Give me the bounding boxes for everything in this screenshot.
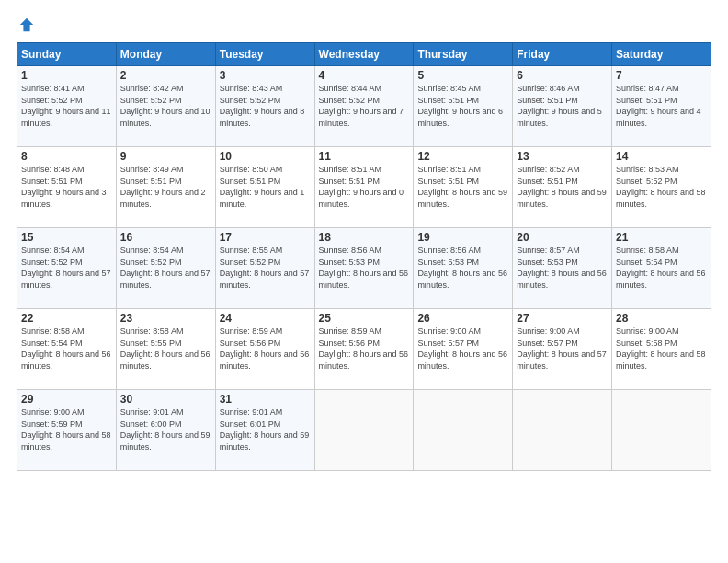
day-number: 27 bbox=[517, 312, 608, 325]
day-info: Sunrise: 8:49 AM Sunset: 5:51 PM Dayligh… bbox=[120, 165, 206, 209]
day-of-week-thursday: Thursday bbox=[414, 43, 513, 66]
day-info: Sunrise: 8:56 AM Sunset: 5:53 PM Dayligh… bbox=[417, 246, 507, 290]
day-number: 3 bbox=[220, 69, 311, 82]
calendar-cell: 23 Sunrise: 8:58 AM Sunset: 5:55 PM Dayl… bbox=[116, 309, 215, 390]
day-number: 7 bbox=[616, 69, 707, 82]
day-info: Sunrise: 8:43 AM Sunset: 5:52 PM Dayligh… bbox=[220, 84, 305, 128]
day-info: Sunrise: 8:55 AM Sunset: 5:52 PM Dayligh… bbox=[220, 246, 310, 290]
day-info: Sunrise: 8:58 AM Sunset: 5:54 PM Dayligh… bbox=[21, 327, 111, 371]
calendar-cell: 11 Sunrise: 8:51 AM Sunset: 5:51 PM Dayl… bbox=[314, 147, 414, 228]
day-number: 8 bbox=[21, 150, 112, 163]
logo bbox=[17, 17, 35, 33]
calendar: SundayMondayTuesdayWednesdayThursdayFrid… bbox=[17, 42, 711, 471]
day-number: 21 bbox=[616, 231, 707, 244]
day-number: 19 bbox=[417, 231, 508, 244]
day-number: 6 bbox=[517, 69, 608, 82]
calendar-cell: 22 Sunrise: 8:58 AM Sunset: 5:54 PM Dayl… bbox=[17, 309, 117, 390]
day-info: Sunrise: 8:50 AM Sunset: 5:51 PM Dayligh… bbox=[220, 165, 305, 209]
calendar-cell: 26 Sunrise: 9:00 AM Sunset: 5:57 PM Dayl… bbox=[414, 309, 513, 390]
day-info: Sunrise: 8:58 AM Sunset: 5:54 PM Dayligh… bbox=[616, 246, 706, 290]
day-of-week-sunday: Sunday bbox=[17, 43, 117, 66]
day-info: Sunrise: 8:41 AM Sunset: 5:52 PM Dayligh… bbox=[21, 84, 111, 128]
day-number: 28 bbox=[616, 312, 707, 325]
day-number: 29 bbox=[21, 393, 112, 406]
day-info: Sunrise: 8:59 AM Sunset: 5:56 PM Dayligh… bbox=[319, 327, 409, 371]
svg-marker-0 bbox=[20, 18, 33, 31]
page: SundayMondayTuesdayWednesdayThursdayFrid… bbox=[0, 0, 728, 563]
day-info: Sunrise: 9:00 AM Sunset: 5:57 PM Dayligh… bbox=[517, 327, 607, 371]
calendar-cell: 3 Sunrise: 8:43 AM Sunset: 5:52 PM Dayli… bbox=[215, 66, 314, 147]
calendar-cell: 14 Sunrise: 8:53 AM Sunset: 5:52 PM Dayl… bbox=[612, 147, 711, 228]
day-info: Sunrise: 8:58 AM Sunset: 5:55 PM Dayligh… bbox=[120, 327, 210, 371]
calendar-cell: 1 Sunrise: 8:41 AM Sunset: 5:52 PM Dayli… bbox=[17, 66, 117, 147]
calendar-row-2: 8 Sunrise: 8:48 AM Sunset: 5:51 PM Dayli… bbox=[17, 147, 711, 228]
day-of-week-wednesday: Wednesday bbox=[314, 43, 414, 66]
day-number: 23 bbox=[120, 312, 211, 325]
day-number: 2 bbox=[120, 69, 211, 82]
calendar-cell: 25 Sunrise: 8:59 AM Sunset: 5:56 PM Dayl… bbox=[314, 309, 414, 390]
calendar-cell bbox=[314, 390, 414, 471]
calendar-cell: 7 Sunrise: 8:47 AM Sunset: 5:51 PM Dayli… bbox=[612, 66, 711, 147]
day-info: Sunrise: 9:00 AM Sunset: 5:59 PM Dayligh… bbox=[21, 408, 111, 452]
day-number: 4 bbox=[319, 69, 410, 82]
calendar-row-4: 22 Sunrise: 8:58 AM Sunset: 5:54 PM Dayl… bbox=[17, 309, 711, 390]
day-info: Sunrise: 9:01 AM Sunset: 6:01 PM Dayligh… bbox=[220, 408, 310, 452]
calendar-cell: 30 Sunrise: 9:01 AM Sunset: 6:00 PM Dayl… bbox=[116, 390, 215, 471]
calendar-cell: 17 Sunrise: 8:55 AM Sunset: 5:52 PM Dayl… bbox=[215, 228, 314, 309]
day-info: Sunrise: 8:54 AM Sunset: 5:52 PM Dayligh… bbox=[21, 246, 111, 290]
calendar-cell: 27 Sunrise: 9:00 AM Sunset: 5:57 PM Dayl… bbox=[513, 309, 612, 390]
day-number: 22 bbox=[21, 312, 112, 325]
calendar-row-1: 1 Sunrise: 8:41 AM Sunset: 5:52 PM Dayli… bbox=[17, 66, 711, 147]
day-number: 24 bbox=[220, 312, 311, 325]
calendar-row-5: 29 Sunrise: 9:00 AM Sunset: 5:59 PM Dayl… bbox=[17, 390, 711, 471]
day-number: 31 bbox=[220, 393, 311, 406]
calendar-cell: 16 Sunrise: 8:54 AM Sunset: 5:52 PM Dayl… bbox=[116, 228, 215, 309]
day-number: 16 bbox=[120, 231, 211, 244]
day-info: Sunrise: 8:56 AM Sunset: 5:53 PM Dayligh… bbox=[319, 246, 409, 290]
calendar-cell: 19 Sunrise: 8:56 AM Sunset: 5:53 PM Dayl… bbox=[414, 228, 513, 309]
day-number: 10 bbox=[220, 150, 311, 163]
calendar-cell: 9 Sunrise: 8:49 AM Sunset: 5:51 PM Dayli… bbox=[116, 147, 215, 228]
calendar-cell: 4 Sunrise: 8:44 AM Sunset: 5:52 PM Dayli… bbox=[314, 66, 414, 147]
logo-icon bbox=[18, 17, 35, 33]
day-number: 13 bbox=[517, 150, 608, 163]
day-number: 26 bbox=[417, 312, 508, 325]
day-info: Sunrise: 8:48 AM Sunset: 5:51 PM Dayligh… bbox=[21, 165, 107, 209]
calendar-cell: 10 Sunrise: 8:50 AM Sunset: 5:51 PM Dayl… bbox=[215, 147, 314, 228]
calendar-cell: 18 Sunrise: 8:56 AM Sunset: 5:53 PM Dayl… bbox=[314, 228, 414, 309]
day-of-week-friday: Friday bbox=[513, 43, 612, 66]
day-info: Sunrise: 8:51 AM Sunset: 5:51 PM Dayligh… bbox=[319, 165, 404, 209]
calendar-cell: 8 Sunrise: 8:48 AM Sunset: 5:51 PM Dayli… bbox=[17, 147, 117, 228]
day-number: 20 bbox=[517, 231, 608, 244]
day-info: Sunrise: 8:59 AM Sunset: 5:56 PM Dayligh… bbox=[220, 327, 310, 371]
day-number: 17 bbox=[220, 231, 311, 244]
day-info: Sunrise: 8:57 AM Sunset: 5:53 PM Dayligh… bbox=[517, 246, 607, 290]
day-info: Sunrise: 9:01 AM Sunset: 6:00 PM Dayligh… bbox=[120, 408, 210, 452]
day-number: 25 bbox=[319, 312, 410, 325]
calendar-cell: 28 Sunrise: 9:00 AM Sunset: 5:58 PM Dayl… bbox=[612, 309, 711, 390]
calendar-cell bbox=[612, 390, 711, 471]
day-info: Sunrise: 8:47 AM Sunset: 5:51 PM Dayligh… bbox=[616, 84, 701, 128]
day-info: Sunrise: 9:00 AM Sunset: 5:58 PM Dayligh… bbox=[616, 327, 706, 371]
day-of-week-tuesday: Tuesday bbox=[215, 43, 314, 66]
day-info: Sunrise: 8:44 AM Sunset: 5:52 PM Dayligh… bbox=[319, 84, 404, 128]
day-info: Sunrise: 8:53 AM Sunset: 5:52 PM Dayligh… bbox=[616, 165, 706, 209]
calendar-cell bbox=[513, 390, 612, 471]
day-info: Sunrise: 8:46 AM Sunset: 5:51 PM Dayligh… bbox=[517, 84, 602, 128]
calendar-cell: 13 Sunrise: 8:52 AM Sunset: 5:51 PM Dayl… bbox=[513, 147, 612, 228]
calendar-cell: 29 Sunrise: 9:00 AM Sunset: 5:59 PM Dayl… bbox=[17, 390, 117, 471]
calendar-cell: 20 Sunrise: 8:57 AM Sunset: 5:53 PM Dayl… bbox=[513, 228, 612, 309]
calendar-cell: 31 Sunrise: 9:01 AM Sunset: 6:01 PM Dayl… bbox=[215, 390, 314, 471]
day-number: 12 bbox=[417, 150, 508, 163]
day-number: 15 bbox=[21, 231, 112, 244]
calendar-cell: 21 Sunrise: 8:58 AM Sunset: 5:54 PM Dayl… bbox=[612, 228, 711, 309]
calendar-cell: 6 Sunrise: 8:46 AM Sunset: 5:51 PM Dayli… bbox=[513, 66, 612, 147]
calendar-cell: 15 Sunrise: 8:54 AM Sunset: 5:52 PM Dayl… bbox=[17, 228, 117, 309]
calendar-cell: 2 Sunrise: 8:42 AM Sunset: 5:52 PM Dayli… bbox=[116, 66, 215, 147]
day-number: 14 bbox=[616, 150, 707, 163]
day-number: 30 bbox=[120, 393, 211, 406]
day-number: 18 bbox=[319, 231, 410, 244]
day-number: 5 bbox=[417, 69, 508, 82]
calendar-cell: 5 Sunrise: 8:45 AM Sunset: 5:51 PM Dayli… bbox=[414, 66, 513, 147]
calendar-cell bbox=[414, 390, 513, 471]
